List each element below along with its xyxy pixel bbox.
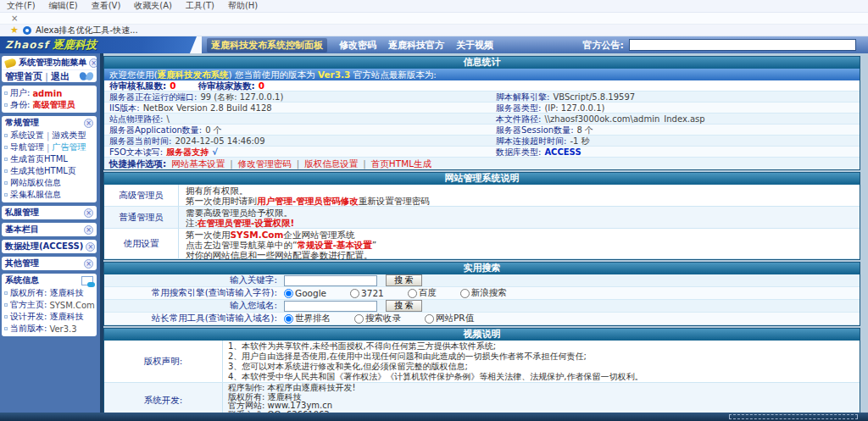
separator: |: [230, 158, 233, 169]
bullet-icon: [4, 327, 8, 330]
sidebar-link-ad-manage[interactable]: 广告管理: [52, 141, 86, 153]
stat-value: -1 秒: [570, 136, 589, 146]
guide-link[interactable]: 用户管理-管理员密码修改: [257, 196, 359, 206]
radio-icon[interactable]: [425, 314, 434, 324]
radio-icon[interactable]: [460, 289, 470, 298]
guide-link[interactable]: 在管理员管理-设置权限!: [198, 218, 294, 228]
window-bottom-edge: [0, 413, 868, 421]
domain-input[interactable]: [284, 301, 377, 312]
stat-value: 8 个: [577, 125, 594, 135]
table-row: 服务器正在运行的端口:99 (名称: 127.0.0.1) 脚本解释引擎:VBS…: [104, 91, 860, 102]
stat-value: (IP: 127.0.0.1): [544, 102, 604, 113]
sidebar-link-generate-home-html[interactable]: 生成首页HTML: [10, 153, 68, 165]
stat-value: \\zhaosf3000ok.com\admin_Index.asp: [544, 114, 704, 124]
separator: |: [47, 131, 49, 141]
collapse-button[interactable]: ×: [84, 208, 93, 218]
sidebar-exit-link[interactable]: 退出: [51, 70, 70, 83]
section-title-search: 实用搜索: [104, 263, 860, 274]
bullet-icon: [4, 146, 8, 149]
dev-term: 系统开发:: [104, 383, 223, 413]
close-icon[interactable]: ×: [11, 14, 18, 23]
collapsed-section-title[interactable]: 私服管理: [5, 207, 39, 219]
copyright-line: 2、用户自由选择是否使用,在使用中出现任何问题和由此造成的一切损失作者将不承担任…: [228, 352, 643, 362]
domain-search-button[interactable]: 搜 索: [386, 300, 422, 312]
welcome-text: ) 您当前使用的版本为: [229, 69, 318, 80]
nav-official-site[interactable]: 逐鹿科技官方: [388, 39, 444, 52]
tool-option-index-check[interactable]: 搜索收录: [354, 313, 401, 324]
pending-families-label: 待审核家族数:: [198, 80, 255, 91]
collapsed-section-title[interactable]: 其他管理: [5, 258, 39, 269]
menu-item-help[interactable]: 帮助(H): [228, 0, 258, 12]
stat-label: 脚本连接超时时间:: [496, 136, 566, 146]
table-row: 系统开发: 程序制作: 本程序由逐鹿科技开发! 版权所有: 逐鹿科技 官方网站:…: [104, 383, 860, 413]
collapse-button[interactable]: ×: [84, 225, 93, 235]
quick-link-site-settings[interactable]: 网站基本设置: [171, 158, 225, 169]
sidebar-link-system-settings[interactable]: 系统设置: [10, 130, 44, 141]
collapse-menu-button[interactable]: ×: [89, 58, 97, 68]
engine-option-baidu[interactable]: 百度: [408, 287, 437, 299]
domain-label: 输入您域名:: [104, 300, 284, 312]
tool-option-pr-value[interactable]: 网站PR值: [425, 313, 474, 324]
stat-label: 服务器类型:: [496, 102, 541, 113]
quick-link-copyright-settings[interactable]: 版权信息设置: [304, 158, 358, 169]
role-value: 高级管理员: [32, 99, 75, 111]
radio-icon[interactable]: [284, 289, 293, 298]
menu-item-tools[interactable]: 工具(T): [186, 0, 214, 12]
sidebar-link-copyright-info[interactable]: 网站版权信息: [10, 177, 61, 189]
brand-logo-cn: 逐鹿科技: [53, 37, 97, 53]
bullet-icon: [4, 315, 8, 319]
radio-icon[interactable]: [284, 314, 293, 324]
radio-icon[interactable]: [350, 289, 359, 298]
guide-term: 使用设置: [104, 229, 179, 258]
nav-about-video[interactable]: 关于视频: [456, 39, 493, 52]
guide-text: 拥有所有权限。: [186, 186, 430, 196]
sidebar-link-game-type[interactable]: 游戏类型: [52, 130, 86, 141]
radio-icon[interactable]: [408, 289, 417, 298]
nav-change-password[interactable]: 修改密码: [339, 39, 376, 52]
radio-icon[interactable]: [354, 314, 364, 324]
engine-option-sina[interactable]: 新浪搜索: [460, 287, 507, 299]
menu-item-file[interactable]: 文件(F): [7, 0, 36, 12]
bullet-icon: [4, 291, 8, 295]
nav-control-panel[interactable]: 逐鹿科技发布系统控制面板: [207, 38, 327, 53]
collapsed-section-title[interactable]: 基本栏目: [5, 224, 39, 235]
menu-item-favorites[interactable]: 收藏夹(A): [134, 0, 172, 12]
keyword-search-button[interactable]: 搜 索: [386, 274, 422, 286]
collapse-regular-button[interactable]: ×: [84, 119, 93, 128]
welcome-version: Ver3.3: [318, 69, 350, 80]
sysinfo-value: SYSM.Com: [49, 301, 94, 310]
guide-link[interactable]: SYSM.Com: [231, 230, 284, 240]
stat-label: 服务器当前时间:: [109, 136, 171, 146]
separator: |: [45, 71, 48, 82]
engine-option-google[interactable]: Google: [284, 288, 326, 298]
sidebar-link-nav-manage[interactable]: 导航管理: [10, 141, 44, 153]
sidebar-link-collect-server-info[interactable]: 采集私服信息: [10, 189, 61, 201]
bullet-icon: [4, 303, 8, 307]
guide-link[interactable]: 常规设置-基本设置: [297, 240, 371, 250]
quick-link-generate-home-html[interactable]: 首页HTML生成: [371, 158, 431, 169]
tool-option-world-rank[interactable]: 世界排名: [284, 313, 331, 324]
brand-logo[interactable]: Zhaosf 逐鹿科技: [0, 36, 202, 53]
stat-label: 站点物理路径:: [109, 114, 163, 124]
menu-item-view[interactable]: 查看(V): [92, 0, 121, 12]
quick-link-change-password[interactable]: 修改管理密码: [238, 158, 292, 169]
dev-line: 官方网站: www.173ym.cn: [228, 402, 356, 411]
collapse-button[interactable]: ×: [84, 259, 93, 269]
announcement-input[interactable]: [629, 39, 856, 51]
menu-item-edit[interactable]: 编辑(E): [49, 0, 78, 12]
favorites-item[interactable]: Alexa排名优化工具-快速...: [36, 25, 138, 36]
section-title-info-stats: 信息统计: [104, 57, 860, 69]
keyword-input[interactable]: [284, 275, 377, 286]
quick-actions-label: 快捷操作选项:: [109, 158, 166, 169]
collapsed-section-title[interactable]: 数据处理(ACCESS): [5, 241, 83, 252]
welcome-brand[interactable]: 逐鹿科技发布系统: [158, 69, 229, 80]
engine-option-3721[interactable]: 3721: [350, 288, 384, 298]
star-icon[interactable]: ★: [10, 26, 19, 35]
table-row: 普通管理员 需要高级管理员给予权限。 注:在管理员管理-设置权限!: [104, 207, 860, 229]
sidebar-link-generate-other-html[interactable]: 生成其他HTML页: [10, 165, 76, 177]
sidebar-home-link[interactable]: 管理首页: [5, 70, 42, 83]
main-content: 信息统计 欢迎您使用(逐鹿科技发布系统) 您当前使用的版本为 Ver3.3 官方…: [100, 53, 868, 413]
guide-text: 对你的网站信息和一些网站配置参数进行配置。: [186, 250, 376, 260]
announcement-label: 官方公告:: [583, 39, 624, 52]
collapse-button[interactable]: ×: [86, 242, 95, 252]
